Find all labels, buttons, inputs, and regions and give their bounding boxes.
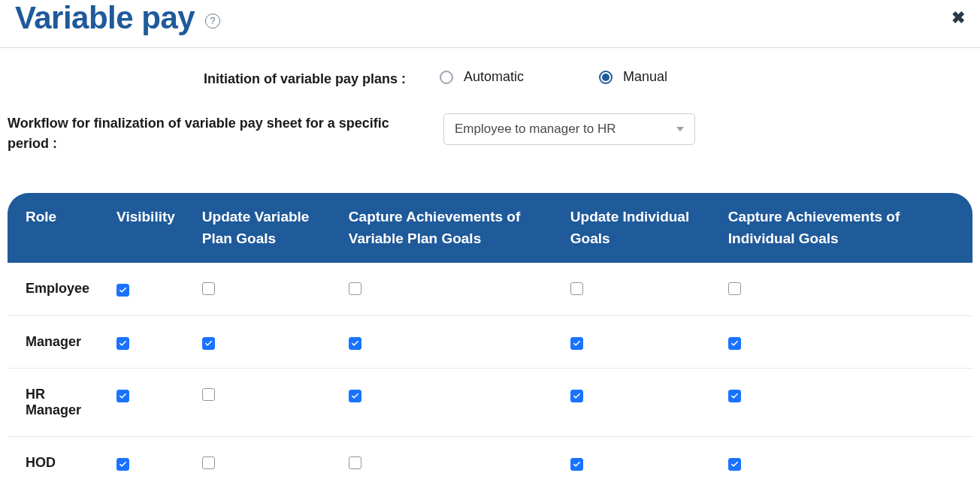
- radio-automatic-circle: [440, 71, 453, 84]
- checkbox-capture-ind-goals[interactable]: [728, 282, 741, 295]
- check-icon: [119, 286, 127, 294]
- cell-capture-var-goals: [331, 263, 552, 316]
- checkbox-capture-var-goals[interactable]: [349, 282, 361, 295]
- table-row: Employee: [8, 263, 972, 316]
- check-icon: [119, 460, 127, 468]
- th-update-ind-goals: Update Individual Goals: [552, 193, 710, 263]
- th-update-var-goals: Update Variable Plan Goals: [184, 193, 331, 263]
- form-area: Initiation of variable pay plans : Autom…: [0, 48, 980, 185]
- cell-update-ind-goals: [552, 263, 710, 316]
- workflow-row: Workflow for finalization of variable pa…: [8, 113, 965, 154]
- cell-capture-var-goals: [331, 369, 552, 437]
- checkbox-capture-var-goals[interactable]: [349, 337, 361, 350]
- checkbox-update-ind-goals[interactable]: [570, 337, 583, 350]
- checkbox-capture-ind-goals[interactable]: [728, 337, 741, 350]
- checkbox-update-var-goals[interactable]: [202, 337, 215, 350]
- table-row: HR Manager: [8, 369, 972, 437]
- table-header-row: Role Visibility Update Variable Plan Goa…: [8, 193, 972, 263]
- cell-update-ind-goals: [552, 316, 710, 369]
- checkbox-visibility[interactable]: [116, 284, 129, 297]
- check-icon: [573, 460, 581, 468]
- cell-capture-ind-goals: [710, 369, 972, 437]
- title-wrap: Variable pay ?: [15, 0, 220, 36]
- checkbox-visibility[interactable]: [116, 458, 129, 471]
- th-capture-ind-goals: Capture Achievements of Individual Goals: [710, 193, 972, 263]
- check-icon: [730, 392, 739, 400]
- cell-capture-var-goals: [331, 316, 552, 369]
- checkbox-capture-var-goals[interactable]: [349, 456, 361, 469]
- checkbox-visibility[interactable]: [116, 390, 129, 402]
- workflow-control: Employee to manager to HR: [443, 113, 695, 145]
- check-icon: [351, 392, 359, 400]
- check-icon: [351, 339, 359, 348]
- workflow-label: Workflow for finalization of variable pa…: [8, 113, 443, 154]
- check-icon: [730, 460, 739, 468]
- cell-visibility: [98, 369, 184, 437]
- checkbox-update-ind-goals[interactable]: [570, 390, 583, 402]
- checkbox-capture-ind-goals[interactable]: [728, 390, 741, 402]
- check-icon: [119, 339, 127, 348]
- checkbox-update-var-goals[interactable]: [202, 456, 215, 469]
- initiation-label: Initiation of variable pay plans :: [8, 69, 440, 89]
- cell-visibility: [98, 437, 184, 483]
- initiation-radios: Automatic Manual: [440, 69, 667, 85]
- table-row: HOD: [8, 437, 972, 483]
- page-title: Variable pay: [15, 0, 195, 36]
- checkbox-update-ind-goals[interactable]: [570, 282, 583, 295]
- workflow-select[interactable]: Employee to manager to HR: [443, 113, 695, 145]
- cell-capture-ind-goals: [710, 263, 972, 316]
- cell-role: Employee: [8, 263, 98, 316]
- cell-role: HR Manager: [8, 369, 98, 437]
- th-role: Role: [8, 193, 98, 263]
- cell-capture-ind-goals: [710, 437, 972, 483]
- cell-update-ind-goals: [552, 437, 710, 483]
- radio-automatic[interactable]: Automatic: [440, 69, 524, 85]
- cell-update-var-goals: [184, 263, 331, 316]
- checkbox-capture-ind-goals[interactable]: [728, 458, 741, 471]
- check-icon: [119, 392, 127, 400]
- th-capture-var-goals: Capture Achievements of Variable Plan Go…: [331, 193, 552, 263]
- radio-manual-circle: [599, 71, 612, 84]
- checkbox-update-var-goals[interactable]: [202, 388, 215, 401]
- check-icon: [730, 339, 739, 348]
- cell-update-var-goals: [184, 369, 331, 437]
- cell-visibility: [98, 263, 184, 316]
- checkbox-update-ind-goals[interactable]: [570, 458, 583, 471]
- cell-visibility: [98, 316, 184, 369]
- close-icon[interactable]: ✖: [951, 8, 965, 28]
- check-icon: [573, 339, 581, 348]
- radio-automatic-label: Automatic: [464, 69, 524, 85]
- cell-update-var-goals: [184, 437, 331, 483]
- help-icon[interactable]: ?: [205, 14, 220, 29]
- table-row: Manager: [8, 316, 972, 369]
- cell-update-var-goals: [184, 316, 331, 369]
- cell-role: Manager: [8, 316, 98, 369]
- page-header: Variable pay ? ✖: [0, 0, 980, 48]
- check-icon: [204, 339, 213, 348]
- th-visibility: Visibility: [98, 193, 184, 263]
- permissions-tbody: EmployeeManagerHR ManagerHOD: [8, 263, 972, 482]
- cell-capture-var-goals: [331, 437, 552, 483]
- chevron-down-icon: [676, 127, 684, 131]
- cell-capture-ind-goals: [710, 316, 972, 369]
- radio-manual-label: Manual: [623, 69, 667, 85]
- workflow-select-value: Employee to manager to HR: [455, 122, 616, 137]
- initiation-row: Initiation of variable pay plans : Autom…: [8, 69, 965, 89]
- permissions-table: Role Visibility Update Variable Plan Goa…: [8, 193, 972, 482]
- check-icon: [573, 392, 581, 400]
- checkbox-capture-var-goals[interactable]: [349, 390, 361, 402]
- permissions-table-wrap: Role Visibility Update Variable Plan Goa…: [0, 185, 980, 482]
- checkbox-update-var-goals[interactable]: [202, 282, 215, 295]
- cell-role: HOD: [8, 437, 98, 483]
- radio-manual[interactable]: Manual: [599, 69, 667, 85]
- checkbox-visibility[interactable]: [116, 337, 129, 350]
- cell-update-ind-goals: [552, 369, 710, 437]
